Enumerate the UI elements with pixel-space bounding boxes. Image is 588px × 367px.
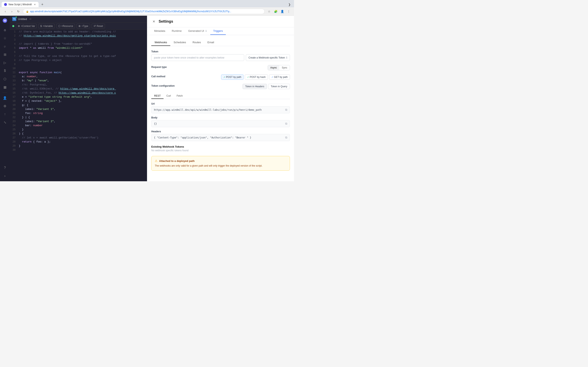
new-tab-button[interactable]: + <box>39 2 45 7</box>
sidebar-icon-help[interactable]: ? <box>1 164 9 171</box>
token-label: Token <box>151 50 290 53</box>
sidebar-icon-resources[interactable]: ⬡ <box>1 75 9 83</box>
sub-tabs: Webhooks Schedules Routes Email <box>151 39 290 46</box>
get-by-path-button[interactable]: ↗ GET by path <box>269 75 290 80</box>
code-line-6: 6 <box>10 50 147 54</box>
reset-icon: ↺ <box>94 25 96 27</box>
sync-option[interactable]: Sync <box>279 65 290 70</box>
code-line-4: 4 // import { toWords } from "number-to-… <box>10 42 147 46</box>
address-bar: ‹ › ↻ 🔒 app.windmill.dev/scripts/add#JTd… <box>0 7 294 16</box>
rest-tabs: REST Curl Fetch <box>151 93 290 99</box>
tab-triggers[interactable]: Triggers <box>210 27 226 35</box>
variable-button[interactable]: $ +Variable <box>38 24 54 28</box>
url-bar[interactable]: 🔒 app.windmill.dev/scripts/add#JTdCJTIya… <box>23 9 265 14</box>
token-input[interactable] <box>151 54 244 61</box>
token-config-row: Token configuration Token in Headers Tok… <box>151 84 290 89</box>
tab-generated-ui[interactable]: Generated UI ℹ <box>185 27 210 35</box>
refresh-button[interactable]: ↻ <box>16 8 21 14</box>
resource-button[interactable]: ⬡ +Resource <box>56 24 75 28</box>
editor-area: TS Untitled ✏ ⊕ +Context Var $ +Variable… <box>10 16 147 181</box>
post-by-path-button[interactable]: ↗ POST by path <box>221 75 243 80</box>
context-var-button[interactable]: ⊕ +Context Var <box>16 24 37 28</box>
sub-tab-schedules[interactable]: Schedules <box>170 39 189 46</box>
sidebar-icon-settings[interactable]: ⚙ <box>1 102 9 110</box>
body-copy-button[interactable]: ⧉ <box>285 122 287 125</box>
code-line-9: 9 <box>10 62 147 67</box>
tab-list-button[interactable]: ❯ <box>287 2 292 7</box>
existing-tokens-section: Existing Webhook Tokens No webhook speci… <box>151 145 290 152</box>
sidebar-icon-billing[interactable]: $ <box>1 67 9 75</box>
warning-icon: ⚠ <box>155 159 157 163</box>
sidebar-icon-collapse[interactable]: › <box>1 172 9 180</box>
tab-runtime[interactable]: Runtime <box>169 27 184 35</box>
code-line-2: 2 // https://www.windmill.dev/docs/getti… <box>10 34 147 38</box>
sub-tab-webhooks[interactable]: Webhooks <box>151 39 170 46</box>
sidebar-icon-play[interactable]: ▷ <box>1 59 9 66</box>
headers-copy-button[interactable]: ⧉ <box>285 136 287 139</box>
type-button[interactable]: ⊕ +Type <box>77 24 90 28</box>
file-icon: TS <box>12 17 16 21</box>
code-line-30: 30 <box>10 148 147 152</box>
extensions-button[interactable]: 🧩 <box>273 8 278 14</box>
create-token-info-icon: ℹ <box>286 56 287 59</box>
sidebar-icon-favorites[interactable]: ☆ <box>1 34 9 42</box>
edit-filename-icon[interactable]: ✏ <box>29 17 32 21</box>
code-line-5: 5 import * as wmill from "windmill-clien… <box>10 46 147 50</box>
windmill-logo[interactable]: W <box>2 17 8 24</box>
bookmark-button[interactable]: ☆ <box>266 8 272 14</box>
reset-button[interactable]: ↺ Reset <box>92 24 105 28</box>
request-type-section: Request type Async Sync <box>151 65 290 70</box>
headers-value: { "Content-Type": "application/json", "A… <box>154 136 284 139</box>
token-config-buttons: Token in Headers Token in Query <box>242 84 290 89</box>
rest-tab-fetch[interactable]: Fetch <box>174 93 186 99</box>
request-type-row: Request type Async Sync <box>151 65 290 70</box>
url-field: Url https://app.windmill.dev/api/w/windm… <box>151 102 290 113</box>
profile-button[interactable]: 👤 <box>279 8 285 14</box>
close-button[interactable]: ✕ <box>151 19 156 24</box>
forward-button[interactable]: › <box>9 8 15 14</box>
nav-buttons: ‹ › ↻ <box>2 8 21 14</box>
sub-tab-routes[interactable]: Routes <box>189 39 204 46</box>
sidebar-icon-users[interactable]: 👤 <box>1 94 9 101</box>
sidebar-icon-upload[interactable]: ↑ <box>1 110 9 118</box>
warning-title: Attached to a deployed path <box>159 159 195 162</box>
url-copy-button[interactable]: ⧉ <box>285 108 287 111</box>
code-line-22: 22 } | { <box>10 115 147 119</box>
body-label: Body <box>151 116 290 119</box>
settings-header: ✕ Settings <box>147 16 294 27</box>
sidebar-icon-home[interactable]: ⌂ <box>1 26 9 34</box>
rest-tab-curl[interactable]: Curl <box>164 93 174 99</box>
type-icon: ⊕ <box>78 25 81 27</box>
sidebar-icon-grid[interactable]: ⊞ <box>1 51 9 58</box>
menu-button[interactable]: ⋮ <box>286 8 292 14</box>
post-by-hash-button[interactable]: ↗ POST by hash <box>245 75 268 80</box>
sidebar-icon-search[interactable]: ⌕ <box>1 43 9 50</box>
code-line-28: 28 return { foo: a }; <box>10 140 147 144</box>
tab-title: New Script | Windmill <box>9 3 32 6</box>
tab-close-button[interactable]: ✕ <box>33 3 36 6</box>
code-line-7: 7 // fill the type, or use the +Resource… <box>10 54 147 58</box>
code-line-24: 24 bar: number <box>10 124 147 128</box>
sub-tab-email[interactable]: Email <box>204 39 217 46</box>
info-icon: ℹ <box>206 30 207 33</box>
call-method-row: Call method ↗ POST by path ↗ POST by has… <box>151 75 290 80</box>
back-button[interactable]: ‹ <box>2 8 8 14</box>
post-path-icon: ↗ <box>223 76 225 78</box>
rest-tab-rest[interactable]: REST <box>151 93 164 99</box>
async-option[interactable]: Async <box>268 65 279 70</box>
token-section: Token Create a Webhook-specific Token ℹ <box>151 50 290 61</box>
browser-tab[interactable]: New Script | Windmill ✕ <box>2 2 39 7</box>
code-editor[interactable]: 1 // there are multiple modes to add as … <box>10 30 147 181</box>
settings-tabs: Metadata Runtime Generated UI ℹ Triggers <box>147 27 294 35</box>
token-in-query-button[interactable]: Token in Query <box>268 84 290 89</box>
tab-metadata[interactable]: Metadata <box>151 27 168 35</box>
sidebar-icon-expand[interactable]: ⤡ <box>1 119 9 126</box>
resource-icon: ⬡ <box>58 25 61 27</box>
token-in-headers-button[interactable]: Token in Headers <box>242 84 267 89</box>
sidebar-icon-calendar[interactable]: ▦ <box>1 83 9 91</box>
create-token-button[interactable]: Create a Webhook-specific Token ℹ <box>246 54 290 61</box>
favicon-icon <box>4 3 7 6</box>
headers-label: Headers <box>151 130 290 133</box>
request-type-label: Request type <box>151 66 167 68</box>
token-config-section: Token configuration Token in Headers Tok… <box>151 84 290 89</box>
